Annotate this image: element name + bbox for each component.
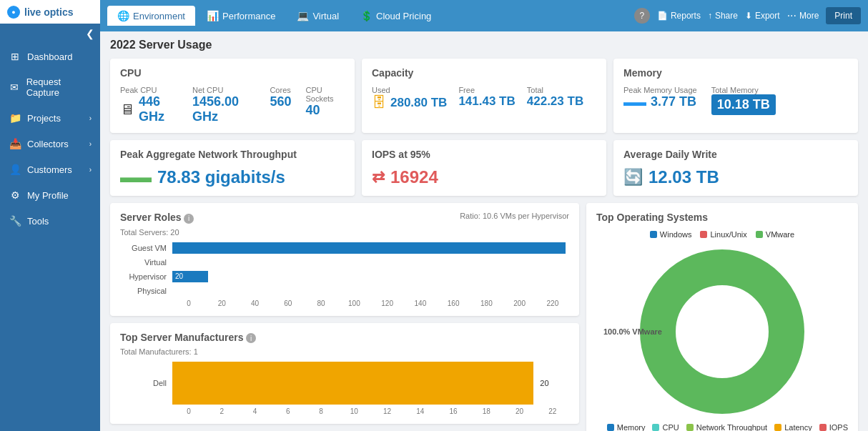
more-action[interactable]: ··· More bbox=[787, 9, 819, 22]
bottom-legend-networkthroughput: Network Throughput bbox=[686, 423, 767, 431]
top-os-title: Top Operating Systems bbox=[596, 212, 848, 223]
bar-label: Dell bbox=[120, 379, 167, 387]
top-os-card: Top Operating Systems Windows Linux/Unix… bbox=[586, 203, 858, 431]
total-memory-metric: Total Memory 10.18 TB bbox=[711, 86, 776, 115]
server-roles-chart: Guest VM Virtual 0 Hypervisor 20 Physica… bbox=[120, 242, 569, 297]
bottom-legend-cpu: CPU bbox=[652, 423, 679, 431]
peak-memory-value: 3.77 TB bbox=[651, 94, 696, 109]
used-metric: Used 🗄 280.80 TB bbox=[372, 86, 447, 111]
bar-label: Guest VM bbox=[120, 244, 167, 252]
more-icon: ··· bbox=[787, 9, 797, 22]
customers-icon: 👤 bbox=[9, 164, 21, 175]
manufacturers-card: Top Server Manufacturers i Total Manufac… bbox=[110, 323, 579, 425]
tab-virtual[interactable]: 💻 Virtual bbox=[287, 6, 349, 26]
total-capacity-metric: Total 422.23 TB bbox=[527, 86, 583, 109]
export-action[interactable]: ⬇ Export bbox=[745, 11, 780, 21]
legend-dot bbox=[700, 231, 707, 238]
cores-value: 560 bbox=[270, 94, 291, 109]
sidebar-item-label: Dashboard bbox=[27, 51, 73, 62]
iops-title: IOPS at 95% bbox=[372, 149, 596, 160]
sidebar-item-projects[interactable]: 📁 Projects › bbox=[0, 105, 100, 131]
sidebar-item-tools[interactable]: 🔧 Tools bbox=[0, 208, 100, 234]
bottom-legend-dot bbox=[652, 424, 659, 431]
x-axis-label: 14 bbox=[404, 407, 437, 415]
tools-icon: 🔧 bbox=[9, 215, 21, 227]
capacity-card: Capacity Used 🗄 280.80 TB Free 141.43 TB bbox=[362, 59, 606, 133]
manufacturers-info-icon[interactable]: i bbox=[246, 333, 256, 343]
x-axis-label: 80 bbox=[305, 299, 337, 307]
list-item: Physical 0 bbox=[120, 285, 569, 297]
export-icon: ⬇ bbox=[745, 11, 752, 21]
net-cpu-metric: Net CPU 1456.00 GHz bbox=[192, 86, 255, 124]
x-axis-label: 100 bbox=[337, 299, 370, 307]
server-roles-title: Server Roles bbox=[120, 212, 182, 223]
sidebar-item-collectors[interactable]: 📥 Collectors › bbox=[0, 131, 100, 157]
total-memory-label: Total Memory bbox=[711, 86, 776, 94]
bottom-legend-dot bbox=[686, 424, 694, 431]
more-label: More bbox=[799, 11, 819, 21]
bottom-legend-dot bbox=[819, 424, 827, 431]
write-icon: 🔄 bbox=[623, 168, 643, 187]
cpu-title: CPU bbox=[120, 67, 345, 79]
x-axis-label: 22 bbox=[536, 407, 569, 415]
legend-dot bbox=[650, 231, 657, 238]
collectors-icon: 📥 bbox=[9, 138, 21, 149]
share-label: Share bbox=[715, 11, 738, 21]
x-axis-label: 10 bbox=[337, 407, 370, 415]
legend-label: VMware bbox=[766, 230, 794, 239]
cpu-metrics: Peak CPU 🖥 446 GHz Net CPU 1456.00 GHz C… bbox=[120, 86, 345, 124]
iops-icon: ⇄ bbox=[372, 168, 385, 187]
logo-area: ● live optics bbox=[0, 0, 100, 24]
sidebar-toggle[interactable]: ❮ bbox=[0, 24, 100, 44]
sockets-metric: CPU Sockets 40 bbox=[305, 86, 345, 118]
sidebar-item-customers[interactable]: 👤 Customers › bbox=[0, 157, 100, 182]
capacity-title: Capacity bbox=[372, 67, 596, 79]
legend-label: Windows bbox=[660, 230, 692, 239]
x-axis-label: 8 bbox=[305, 407, 337, 415]
reports-icon: 📄 bbox=[657, 11, 668, 21]
network-title: Peak Aggregate Network Throughput bbox=[120, 149, 345, 160]
sidebar-item-request-capture[interactable]: ✉ Request Capture bbox=[0, 69, 100, 105]
tab-environment[interactable]: 🌐 Environment bbox=[107, 6, 195, 26]
free-value: 141.43 TB bbox=[458, 94, 515, 109]
chevron-left-icon: ❮ bbox=[86, 28, 94, 39]
sidebar-item-my-profile[interactable]: ⚙ My Profile bbox=[0, 182, 100, 208]
cloud-pricing-tab-label: Cloud Pricing bbox=[376, 11, 431, 21]
x-axis-label: 0 bbox=[172, 407, 205, 415]
tab-cloud-pricing[interactable]: 💲 Cloud Pricing bbox=[350, 6, 441, 26]
memory-icon: ▬▬ bbox=[623, 96, 646, 109]
share-icon: ↑ bbox=[708, 11, 712, 21]
total-capacity-label: Total bbox=[527, 86, 543, 94]
chevron-right-icon: › bbox=[89, 166, 92, 174]
logo-text: live optics bbox=[24, 6, 73, 18]
cloud-pricing-tab-icon: 💲 bbox=[360, 10, 373, 21]
x-axis-label: 20 bbox=[205, 299, 238, 307]
bar-value: 0 bbox=[172, 287, 179, 294]
bottom-legend: Memory CPU Network Throughput Latency IO… bbox=[596, 423, 848, 431]
print-button[interactable]: Print bbox=[826, 7, 861, 24]
donut-vmware-label: 100.0% VMware bbox=[603, 327, 662, 336]
cpu-card: CPU Peak CPU 🖥 446 GHz Net CPU 1456.00 G… bbox=[110, 59, 355, 133]
dashboard-icon: ⊞ bbox=[9, 51, 21, 62]
x-axis-label: 40 bbox=[239, 299, 272, 307]
share-action[interactable]: ↑ Share bbox=[708, 11, 738, 21]
bar bbox=[172, 242, 566, 254]
bottom-legend-iops: IOPS bbox=[819, 423, 848, 431]
capacity-metrics: Used 🗄 280.80 TB Free 141.43 TB Total 42… bbox=[372, 86, 596, 111]
os-legend: Windows Linux/Unix VMware bbox=[596, 230, 848, 239]
net-cpu-label: Net CPU bbox=[192, 86, 255, 94]
nav-tabs: 🌐 Environment 📊 Performance 💻 Virtual 💲 … bbox=[107, 6, 441, 26]
iops-card: IOPS at 95% ⇄ 16924 bbox=[362, 140, 606, 196]
cores-label: Cores bbox=[270, 86, 291, 94]
daily-write-card: Average Daily Write 🔄 12.03 TB bbox=[613, 140, 858, 196]
server-roles-info-icon[interactable]: i bbox=[184, 214, 194, 224]
memory-metrics: Peak Memory Usage ▬▬ 3.77 TB Total Memor… bbox=[623, 86, 848, 115]
x-axis-label: 16 bbox=[437, 407, 470, 415]
bar-container: 20 bbox=[172, 362, 569, 405]
sidebar-item-dashboard[interactable]: ⊞ Dashboard bbox=[0, 44, 100, 69]
bar-container: 0 bbox=[172, 257, 569, 268]
capacity-icon: 🗄 bbox=[372, 94, 386, 111]
reports-action[interactable]: 📄 Reports bbox=[657, 11, 701, 21]
tab-performance[interactable]: 📊 Performance bbox=[197, 6, 285, 26]
help-button[interactable]: ? bbox=[634, 8, 650, 24]
